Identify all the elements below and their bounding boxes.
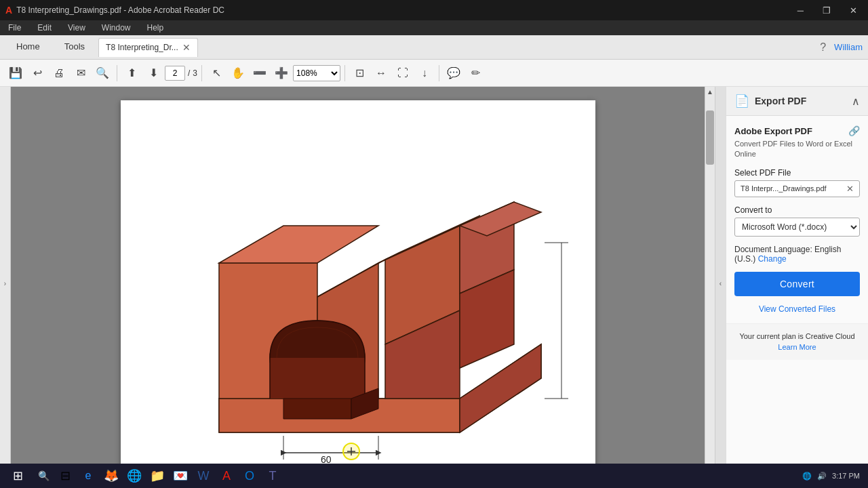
svg-marker-5 <box>219 226 378 263</box>
maximize-button[interactable]: ❐ <box>817 3 836 18</box>
pdf-viewer[interactable]: 60 <box>11 87 705 480</box>
taskbar-chrome[interactable]: 🌐 <box>123 465 145 487</box>
tabbar-right: ? William <box>820 41 863 54</box>
minimize-button[interactable]: ─ <box>792 3 809 18</box>
toolbar-separator-2 <box>201 65 202 81</box>
selected-file-chip: T8 Interpr..._Drawings.pdf ✕ <box>734 180 860 197</box>
convert-to-section: Convert to Microsoft Word (*.docx) Micro… <box>734 205 860 237</box>
export-panel-title: Export PDF <box>755 96 806 106</box>
rotate-button[interactable]: ↓ <box>414 63 435 83</box>
find-button[interactable]: 🔍 <box>92 63 113 83</box>
pdf-page: 60 <box>121 100 595 480</box>
zoom-in-button[interactable]: ➕ <box>271 63 292 83</box>
taskbar-acrobat[interactable]: A <box>216 465 237 487</box>
save-button[interactable]: 💾 <box>5 63 26 83</box>
toolbar-separator-3 <box>344 65 345 81</box>
pdf-scrollbar[interactable]: ▲ ▼ <box>705 87 715 480</box>
taskbar-firefox[interactable]: 🦊 <box>100 465 122 487</box>
learn-more-link[interactable]: Learn More <box>778 343 816 351</box>
menu-help[interactable]: Help <box>144 22 167 34</box>
user-name[interactable]: William <box>834 42 863 52</box>
taskbar-search[interactable]: 🔍 <box>34 466 53 485</box>
doc-lang-change-link[interactable]: Change <box>758 254 787 264</box>
taskbar-teams[interactable]: T <box>262 465 283 487</box>
taskbar-word[interactable]: W <box>193 465 214 487</box>
tabbar-left: Home Tools T8 Interpreting_Dr... ✕ <box>5 37 198 57</box>
fit-width-button[interactable]: ↔ <box>371 63 391 83</box>
taskbar-ie[interactable]: e <box>77 465 99 487</box>
scroll-track[interactable] <box>705 97 715 470</box>
select-pdf-section: Select PDF File T8 Interpr..._Drawings.p… <box>734 168 860 197</box>
fit-page-button[interactable]: ⊡ <box>349 63 370 83</box>
close-button[interactable]: ✕ <box>844 3 863 18</box>
menu-edit[interactable]: Edit <box>35 22 54 34</box>
tab-home[interactable]: Home <box>5 37 51 57</box>
main-wrapper: › <box>0 87 868 480</box>
panel-toggle-button[interactable]: ‹ <box>715 87 726 480</box>
toolbar-separator-4 <box>439 65 439 81</box>
taskbar-right: 🌐 🔊 3:17 PM <box>802 472 865 481</box>
right-panel: 📄 Export PDF ∧ Adobe Export PDF 🔗 Conver… <box>726 87 868 480</box>
next-page-button[interactable]: ⬇ <box>143 63 163 83</box>
draw-button[interactable]: ✏ <box>465 63 486 83</box>
page-navigation: / 3 <box>165 66 197 81</box>
zoom-out-button[interactable]: ➖ <box>250 63 270 83</box>
titlebar: A T8 Interpreting_Drawings.pdf - Adobe A… <box>0 0 868 20</box>
full-screen-button[interactable]: ⛶ <box>393 63 413 83</box>
prev-page-button[interactable]: ⬆ <box>121 63 142 83</box>
toolbar: 💾 ↩ 🖨 ✉ 🔍 ⬆ ⬇ / 3 ↖ ✋ ➖ ➕ 108% 50% 75% 1… <box>0 60 868 87</box>
scroll-up-button[interactable]: ▲ <box>705 87 715 97</box>
convert-button[interactable]: Convert <box>734 272 860 296</box>
print-button[interactable]: 🖨 <box>49 63 69 83</box>
link-icon[interactable]: 🔗 <box>848 125 860 136</box>
remove-file-button[interactable]: ✕ <box>846 184 854 194</box>
toolbar-separator-1 <box>117 65 117 81</box>
tab-tools[interactable]: Tools <box>54 37 96 57</box>
scroll-thumb[interactable] <box>706 110 714 165</box>
adobe-export-pdf-title: Adobe Export PDF <box>734 126 812 136</box>
taskbar-task-view[interactable]: ⊟ <box>54 465 76 487</box>
page-separator: / <box>188 68 190 78</box>
taskbar-network-icon: 🌐 <box>802 472 812 481</box>
taskbar-mail[interactable]: 💌 <box>170 465 191 487</box>
selected-file-name: T8 Interpr..._Drawings.pdf <box>741 184 827 192</box>
select-pdf-label: Select PDF File <box>734 168 860 178</box>
taskbar-outlook[interactable]: O <box>239 465 260 487</box>
zoom-select[interactable]: 108% 50% 75% 100% 125% 150% 200% <box>293 65 340 81</box>
view-converted-link[interactable]: View Converted Files <box>734 304 860 314</box>
export-panel-header: 📄 Export PDF ∧ <box>726 87 868 116</box>
taskbar-volume-icon: 🔊 <box>817 472 827 481</box>
adobe-export-description: Convert PDF Files to Word or Excel Onlin… <box>734 139 860 160</box>
titlebar-controls: ─ ❐ ✕ <box>792 3 863 18</box>
menu-view[interactable]: View <box>65 22 88 34</box>
doc-language-section: Document Language: English (U.S.) Change <box>734 245 860 264</box>
plan-label: Your current plan is Creative Cloud <box>739 332 854 340</box>
export-panel-header-left: 📄 Export PDF <box>734 94 806 108</box>
tab-close-button[interactable]: ✕ <box>182 42 191 53</box>
adobe-export-section: Adobe Export PDF 🔗 Convert PDF Files to … <box>734 125 860 160</box>
convert-to-select[interactable]: Microsoft Word (*.docx) Microsoft Excel … <box>734 218 860 237</box>
menu-file[interactable]: File <box>5 22 24 34</box>
undo-button[interactable]: ↩ <box>27 63 47 83</box>
titlebar-left: A T8 Interpreting_Drawings.pdf - Adobe A… <box>5 5 224 16</box>
taskbar-time: 3:17 PM <box>832 472 860 480</box>
drawing-svg: 60 <box>121 107 595 480</box>
page-input[interactable] <box>165 66 185 81</box>
help-button[interactable]: ? <box>820 41 826 54</box>
taskbar-folder[interactable]: 📁 <box>146 465 168 487</box>
tabbar: Home Tools T8 Interpreting_Dr... ✕ ? Wil… <box>0 35 868 60</box>
plan-info-section: Your current plan is Creative Cloud Lear… <box>726 323 868 360</box>
export-panel-body: Adobe Export PDF 🔗 Convert PDF Files to … <box>726 116 868 323</box>
email-button[interactable]: ✉ <box>71 63 91 83</box>
comment-button[interactable]: 💬 <box>443 63 464 83</box>
window-title: T8 Interpreting_Drawings.pdf - Adobe Acr… <box>16 5 224 15</box>
start-button[interactable]: ⊞ <box>3 465 33 487</box>
menu-window[interactable]: Window <box>99 22 134 34</box>
tab-document[interactable]: T8 Interpreting_Dr... ✕ <box>98 38 198 57</box>
hand-tool-button[interactable]: ✋ <box>228 63 248 83</box>
select-tool-button[interactable]: ↖ <box>206 63 226 83</box>
page-total: 3 <box>193 68 197 78</box>
svg-rect-14 <box>270 358 365 399</box>
panel-collapse-button[interactable]: ∧ <box>852 95 860 108</box>
left-panel-toggle[interactable]: › <box>0 87 11 480</box>
